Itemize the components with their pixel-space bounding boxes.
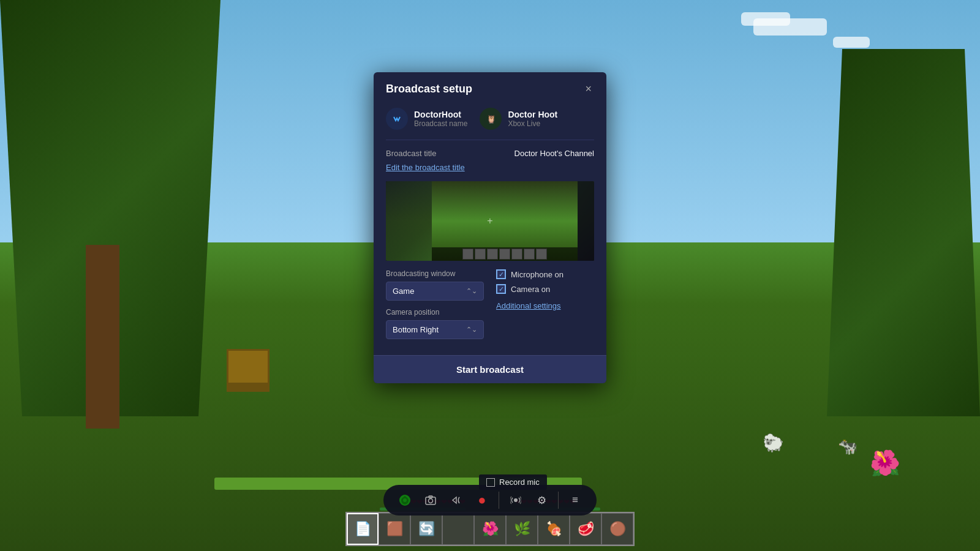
ph-slot-2 (475, 249, 486, 260)
svg-text:🦉: 🦉 (486, 114, 497, 124)
broadcasting-window-arrow: ⌃⌄ (466, 287, 477, 295)
mixer-account-name: DoctorHoot (414, 110, 467, 119)
dialog-header: Broadcast setup × (374, 72, 606, 103)
camera-label: Camera on (511, 285, 550, 294)
preview-right-panel (578, 181, 594, 261)
xbox-account-name: Doctor Hoot (508, 110, 557, 119)
camera-position-select[interactable]: Bottom Right ⌃⌄ (386, 320, 484, 339)
ph-slot-6 (524, 249, 535, 260)
preview-game-area (432, 181, 578, 261)
broadcast-title-row: Broadcast title Doctor Hoot's Channel (386, 149, 594, 158)
additional-settings-link[interactable]: Additional settings (496, 301, 561, 310)
mixer-account-sub: Broadcast name (414, 119, 467, 128)
xbox-account-sub: Xbox Live (508, 119, 557, 128)
xbox-account-info: Doctor Hoot Xbox Live (508, 110, 557, 128)
microphone-label: Microphone on (511, 270, 564, 279)
mixer-icon (386, 108, 408, 130)
broadcast-title-section: Broadcast title Doctor Hoot's Channel Ed… (374, 140, 606, 181)
broadcast-title-label: Broadcast title (386, 149, 436, 158)
accounts-row: DoctorHoot Broadcast name 🦉 Doctor Hoot … (374, 103, 606, 140)
camera-position-label: Camera position (386, 308, 484, 317)
microphone-row: Microphone on (496, 269, 594, 279)
broadcast-setup-dialog: Broadcast setup × DoctorHoot Broadcast n… (374, 72, 606, 383)
ph-slot-5 (511, 249, 522, 260)
xbox-account-icon: 🦉 (480, 108, 502, 130)
edit-broadcast-title-link[interactable]: Edit the broadcast title (386, 163, 465, 172)
broadcast-title-value: Doctor Hoot's Channel (514, 149, 594, 158)
camera-row: Camera on (496, 284, 594, 294)
camera-checkbox[interactable] (496, 284, 506, 294)
dialog-controls: Broadcasting window Game ⌃⌄ Camera posit… (374, 269, 606, 355)
start-broadcast-button[interactable]: Start broadcast (374, 355, 606, 383)
mixer-logo-svg (390, 112, 404, 126)
xbox-owl-svg: 🦉 (484, 112, 497, 126)
dialog-overlay: Broadcast setup × DoctorHoot Broadcast n… (0, 0, 980, 551)
controls-right: Microphone on Camera on Additional setti… (496, 269, 594, 311)
microphone-checkbox[interactable] (496, 269, 506, 279)
preview-hotbar (432, 247, 578, 261)
mixer-account: DoctorHoot Broadcast name (386, 108, 467, 130)
camera-position-arrow: ⌃⌄ (466, 326, 477, 334)
ph-slot-3 (487, 249, 498, 260)
ph-slot-1 (462, 249, 473, 260)
dialog-title: Broadcast setup (386, 83, 472, 96)
ph-slot-7 (536, 249, 547, 260)
broadcasting-window-value: Game (393, 287, 414, 296)
preview-crosshair: + (487, 216, 492, 227)
controls-left: Broadcasting window Game ⌃⌄ Camera posit… (386, 269, 484, 347)
broadcasting-window-label: Broadcasting window (386, 269, 484, 278)
xbox-account: 🦉 Doctor Hoot Xbox Live (480, 108, 557, 130)
game-preview: + (386, 181, 594, 261)
close-button[interactable]: × (582, 82, 594, 96)
mixer-account-info: DoctorHoot Broadcast name (414, 110, 467, 128)
ph-slot-4 (499, 249, 510, 260)
broadcasting-window-select[interactable]: Game ⌃⌄ (386, 282, 484, 301)
camera-position-value: Bottom Right (393, 325, 439, 334)
